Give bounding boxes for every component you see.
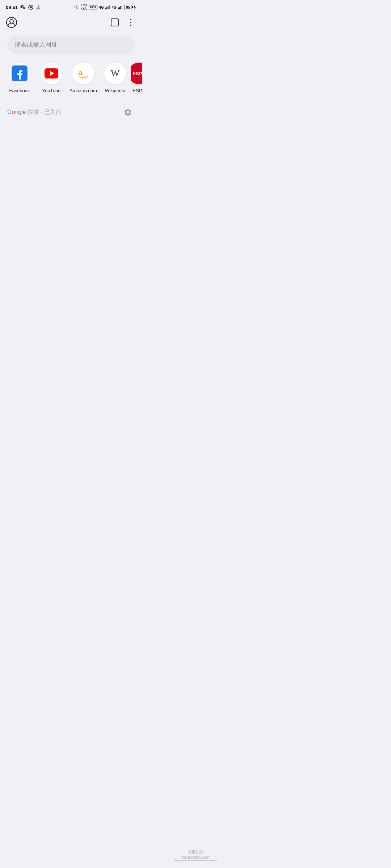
- svg-rect-9: [120, 6, 121, 9]
- shortcuts-row: Facebook YouTube a Amazon.com W Wikipedi…: [0, 60, 142, 99]
- svg-rect-6: [109, 5, 109, 9]
- signal-bars-1: [105, 5, 110, 9]
- amazon-icon-container: a: [72, 63, 94, 84]
- svg-rect-5: [108, 6, 108, 9]
- svg-text:a: a: [79, 69, 83, 77]
- tab-switcher-icon: [111, 18, 119, 26]
- youtube-icon: [45, 68, 58, 78]
- youtube-label: YouTube: [42, 88, 60, 93]
- wikipedia-icon: W: [111, 68, 120, 79]
- gear-icon: [123, 108, 132, 116]
- shortcut-espn[interactable]: ESPN ESPN: [131, 63, 142, 93]
- profile-button[interactable]: [4, 15, 19, 30]
- google-discover-suffix: 探索 - 已关闭: [26, 109, 62, 115]
- svg-rect-7: [118, 8, 119, 9]
- shortcut-facebook[interactable]: Facebook: [4, 63, 35, 93]
- amazon-label: Amazon.com: [70, 88, 97, 93]
- battery-indicator: 95: [125, 5, 131, 10]
- signal-bars-2: [118, 5, 123, 9]
- espn-icon: ESPN: [133, 71, 142, 76]
- facebook-icon-container: [9, 63, 30, 84]
- charging-icon: [133, 5, 136, 10]
- google-e: e: [23, 109, 26, 115]
- hd2-badge: HD2: [89, 5, 97, 9]
- wikipedia-label: Wikipedia: [105, 88, 125, 93]
- espn-label: ESPN: [131, 88, 142, 93]
- shortcut-youtube[interactable]: YouTube: [35, 63, 67, 93]
- google-g2: g: [18, 109, 21, 115]
- time: 09:51: [6, 5, 18, 10]
- status-bar: 09:51 1.20KB/s HD2 4G 4G 95: [0, 0, 142, 13]
- google-section: Google 探索 - 已关闭: [0, 99, 142, 125]
- recorder-icon: [28, 4, 34, 10]
- browser-header: [0, 13, 142, 33]
- svg-rect-4: [106, 7, 107, 9]
- signal-4g-1: 4G: [99, 5, 104, 9]
- more-options-icon: [130, 19, 131, 26]
- status-right: 1.20KB/s HD2 4G 4G 95: [74, 4, 136, 11]
- signal-4g-2: 4G: [112, 5, 117, 9]
- amazon-icon: a: [77, 67, 90, 80]
- svg-rect-8: [119, 7, 120, 9]
- discover-settings-button[interactable]: [121, 105, 135, 119]
- google-o2: o: [15, 109, 18, 115]
- wechat-icon: [20, 4, 26, 10]
- shortcut-amazon[interactable]: a Amazon.com: [67, 63, 99, 93]
- svg-rect-3: [105, 8, 106, 9]
- wikipedia-icon-container: W: [104, 63, 126, 84]
- svg-point-12: [10, 20, 13, 23]
- google-discover-text: Google 探索 - 已关闭: [7, 109, 62, 116]
- avatar-icon: [6, 17, 17, 28]
- svg-rect-10: [121, 5, 122, 9]
- youtube-icon-container: [41, 63, 62, 84]
- svg-point-1: [30, 6, 32, 8]
- alarm-icon: [74, 5, 79, 10]
- tab-switcher-button[interactable]: [108, 15, 122, 30]
- espn-icon-container: ESPN: [131, 63, 142, 84]
- google-g: G: [7, 109, 12, 115]
- shortcut-wikipedia[interactable]: W Wikipedia: [99, 63, 131, 93]
- status-left: 09:51: [6, 4, 41, 10]
- more-options-button[interactable]: [123, 15, 138, 30]
- network-speed: 1.20KB/s: [80, 4, 87, 11]
- search-bar-wrapper: 搜索或输入网址: [0, 33, 142, 60]
- search-input[interactable]: 搜索或输入网址: [7, 35, 135, 54]
- usb-icon: [36, 4, 41, 10]
- facebook-label: Facebook: [9, 88, 30, 93]
- search-placeholder: 搜索或输入网址: [14, 41, 58, 48]
- facebook-icon: [12, 65, 28, 81]
